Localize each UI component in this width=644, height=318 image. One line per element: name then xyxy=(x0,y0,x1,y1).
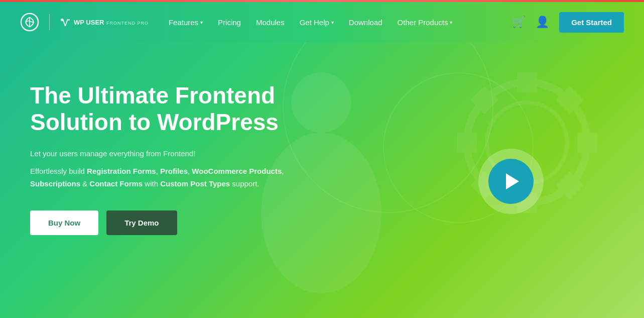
nav-item-download[interactable]: Download xyxy=(349,18,382,27)
hero-title: The Ultimate Frontend Solution to WordPr… xyxy=(30,82,284,136)
nav-links: Features ▾ Pricing Modules Get Help ▾ Do… xyxy=(169,18,512,27)
logo-brand: WP USER xyxy=(74,19,104,26)
nav-item-pricing[interactable]: Pricing xyxy=(218,18,241,27)
cart-icon[interactable]: 🛒 xyxy=(512,16,526,29)
deco-circle-1 xyxy=(283,42,493,213)
user-icon[interactable]: 👤 xyxy=(536,16,549,29)
get-started-button[interactable]: Get Started xyxy=(559,12,624,33)
logo-text: WP USER FRONTEND PRO xyxy=(74,18,149,27)
logo-text-group: WP USER FRONTEND PRO xyxy=(60,18,149,27)
chevron-down-icon: ▾ xyxy=(450,20,452,25)
hero-section: The Ultimate Frontend Solution to WordPr… xyxy=(0,42,644,318)
hero-description: Effortlessly build Registration Forms, P… xyxy=(30,165,284,190)
svg-rect-8 xyxy=(577,133,597,153)
play-icon xyxy=(506,173,519,189)
logo-area: WP USER FRONTEND PRO xyxy=(20,13,149,32)
try-demo-button[interactable]: Try Demo xyxy=(106,210,177,235)
logo-icon xyxy=(20,13,39,32)
svg-rect-7 xyxy=(556,86,584,115)
svg-rect-13 xyxy=(470,86,499,115)
svg-point-1 xyxy=(61,19,63,21)
nav-item-features[interactable]: Features ▾ xyxy=(169,18,203,27)
nav-item-modules[interactable]: Modules xyxy=(256,18,285,27)
nav-item-other-products[interactable]: Other Products ▾ xyxy=(398,18,453,27)
wp-user-logo-icon xyxy=(60,18,71,27)
play-button-wrap xyxy=(478,149,544,214)
hero-subtitle: Let your users manage everything from Fr… xyxy=(30,148,284,160)
svg-rect-9 xyxy=(556,171,584,200)
nav-actions: 🛒 👤 Get Started xyxy=(512,12,624,33)
navbar: WP USER FRONTEND PRO Features ▾ Pricing … xyxy=(0,2,644,42)
hero-content: The Ultimate Frontend Solution to WordPr… xyxy=(30,82,284,235)
logo-sub: FRONTEND PRO xyxy=(106,21,149,26)
svg-point-2 xyxy=(291,72,351,133)
svg-rect-12 xyxy=(457,133,477,153)
buy-now-button[interactable]: Buy Now xyxy=(30,210,98,235)
nav-item-get-help[interactable]: Get Help ▾ xyxy=(300,18,334,27)
play-button-outer[interactable] xyxy=(478,149,544,214)
play-button-inner[interactable] xyxy=(488,159,534,204)
hero-buttons: Buy Now Try Demo xyxy=(30,210,284,235)
chevron-down-icon: ▾ xyxy=(331,20,334,25)
svg-rect-6 xyxy=(517,72,537,92)
chevron-down-icon: ▾ xyxy=(200,20,203,25)
logo-divider xyxy=(49,14,50,30)
